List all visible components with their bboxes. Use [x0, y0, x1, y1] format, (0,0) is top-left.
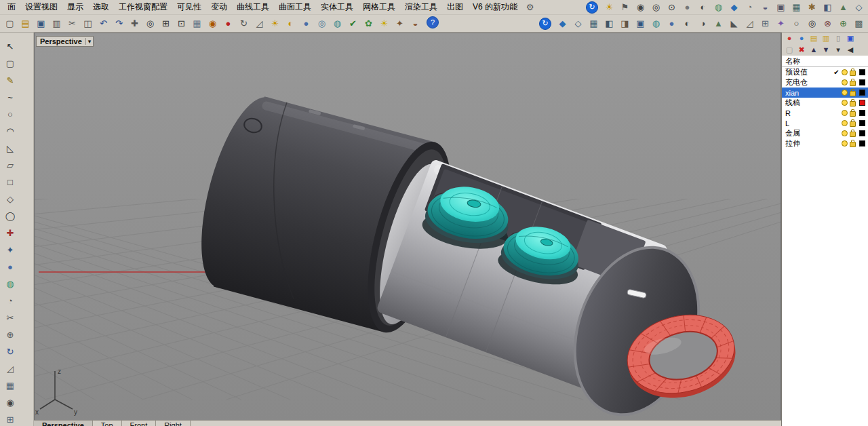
rectangle-icon[interactable]: □ [3, 174, 18, 190]
eye-icon[interactable]: ◉ [633, 0, 648, 14]
lens2-icon[interactable]: ◎ [805, 16, 819, 31]
layer-color-swatch[interactable] [859, 100, 865, 106]
sync-icon[interactable]: ↻ [586, 1, 598, 14]
render-icon[interactable]: ● [221, 16, 235, 31]
layer-visibility-bulb-icon[interactable] [842, 130, 848, 136]
move-down-icon[interactable]: ▼ [820, 44, 832, 56]
array-icon[interactable]: ⊞ [758, 16, 772, 31]
check-icon[interactable]: ✔ [346, 16, 360, 31]
cylinder-icon[interactable]: ◍ [330, 16, 344, 31]
viewport-menu-caret-icon[interactable]: ▾ [85, 38, 94, 45]
blank-layer-icon[interactable]: ▢ [783, 44, 795, 56]
move-icon[interactable]: ✚ [3, 225, 18, 241]
slope-icon[interactable]: ◿ [743, 16, 757, 31]
menu-item-V6 的新功能[interactable]: V6 的新功能 [468, 0, 522, 14]
menu-item-面[interactable]: 面 [3, 0, 20, 14]
pencil-icon[interactable]: ✎ [3, 73, 18, 88]
menu-item-可见性[interactable]: 可见性 [172, 0, 206, 14]
polyline-icon[interactable]: ◺ [3, 140, 18, 156]
menu-item-渲染工具[interactable]: 渲染工具 [400, 0, 442, 14]
cube-r-icon[interactable]: ◨ [618, 16, 632, 31]
disc-icon[interactable]: ◒ [758, 0, 772, 14]
paint-icon[interactable]: ◒ [408, 16, 422, 31]
layer-row-线稿[interactable]: 线稿 [782, 98, 868, 108]
layer-color-swatch[interactable] [859, 110, 865, 116]
panel-circles-icon[interactable]: ● [783, 33, 795, 44]
spotlight-icon[interactable]: ◐ [283, 16, 298, 31]
layer-lock-icon[interactable] [850, 71, 856, 76]
pan-icon[interactable]: ✚ [127, 16, 142, 31]
layer-color-swatch[interactable] [859, 120, 865, 126]
surface-icon[interactable]: ◍ [3, 276, 18, 292]
torus-icon[interactable]: ◎ [315, 16, 329, 31]
cube-icon[interactable]: ◧ [821, 0, 835, 14]
layer-color-swatch[interactable] [859, 130, 865, 136]
filter-icon[interactable]: ▾ [832, 44, 844, 56]
mesh-icon[interactable]: ▦ [789, 0, 804, 14]
layer-row-R[interactable]: R [782, 108, 868, 118]
quad-icon[interactable]: ◇ [852, 0, 866, 14]
delete-layer-icon[interactable]: ✖ [795, 44, 808, 56]
cut-icon[interactable]: ✂ [65, 16, 79, 31]
menu-item-变动[interactable]: 变动 [206, 0, 232, 14]
menu-item-曲面工具[interactable]: 曲面工具 [274, 0, 316, 14]
srf-gem-icon[interactable]: ◆ [555, 16, 570, 31]
zoom-window-icon[interactable]: ⊞ [159, 16, 173, 31]
layer-lock-icon[interactable] [850, 81, 856, 86]
sphere-tool-icon[interactable]: ● [3, 259, 18, 275]
collapse-panel-icon[interactable]: ◀ [844, 44, 856, 56]
zoom-extents-icon[interactable]: ⊡ [174, 16, 189, 31]
join-icon[interactable]: ⊕ [3, 327, 18, 343]
viewport-tab-Right[interactable]: Right [156, 421, 191, 426]
bulb-icon[interactable]: ☀ [602, 0, 616, 14]
layer-color-swatch[interactable] [859, 140, 865, 147]
layer-lock-icon[interactable] [850, 132, 856, 137]
boolean-diff-icon[interactable]: ⊗ [821, 16, 835, 31]
menu-item-设置视图[interactable]: 设置视图 [20, 0, 62, 14]
pipe-icon[interactable]: ◍ [649, 16, 663, 31]
layer-visibility-bulb-icon[interactable] [842, 69, 848, 75]
circle2-icon[interactable]: ○ [789, 16, 804, 31]
lens-icon[interactable]: ⊙ [665, 0, 679, 14]
panel-blue-icon[interactable]: ▣ [844, 33, 856, 44]
save-icon[interactable]: ▣ [34, 16, 48, 31]
diamond-icon[interactable]: ◇ [3, 191, 18, 207]
layer-visibility-bulb-icon[interactable] [842, 100, 848, 106]
sphere-icon[interactable]: ● [299, 16, 313, 31]
zoom-icon[interactable]: ◎ [143, 16, 157, 31]
viewport-tab-Top[interactable]: Top [93, 421, 122, 426]
layer-lock-icon[interactable] [850, 91, 856, 96]
box-icon[interactable]: ▣ [774, 0, 788, 14]
menu-item-实体工具[interactable]: 实体工具 [316, 0, 358, 14]
srf-quad-icon[interactable]: ◇ [571, 16, 585, 31]
layer-visibility-bulb-icon[interactable] [842, 79, 848, 85]
gem2-icon[interactable]: ✦ [3, 242, 18, 258]
grid-snap-icon[interactable]: ⊞ [3, 412, 18, 426]
menu-gear-icon[interactable]: ⚙ [523, 0, 537, 14]
new-sublayer-icon[interactable]: ▥ [820, 33, 832, 44]
rotate-icon[interactable]: ↻ [237, 16, 251, 31]
viewport-tab-Front[interactable]: Front [122, 421, 157, 426]
layer-lock-icon[interactable] [850, 101, 856, 106]
lamp-icon[interactable]: ☀ [268, 16, 282, 31]
layer-lock-icon[interactable] [850, 111, 856, 117]
scale-icon[interactable]: ◿ [252, 16, 267, 31]
marquee-icon[interactable]: ▢ [3, 56, 18, 71]
mesh2-icon[interactable]: ▦ [587, 16, 601, 31]
hatch-icon[interactable]: ▩ [852, 16, 866, 31]
select-arrow-icon[interactable]: ↖ [3, 39, 18, 54]
boolean-union-icon[interactable]: ⊕ [836, 16, 850, 31]
trim-icon[interactable]: ✂ [3, 310, 18, 326]
arc-icon[interactable]: ◠ [3, 123, 18, 139]
ring-icon[interactable]: ◍ [711, 0, 726, 14]
tri2-icon[interactable]: ▲ [711, 16, 726, 31]
half-sphere-icon[interactable]: ◐ [696, 0, 710, 14]
layer-color-swatch[interactable] [859, 79, 865, 85]
menu-item-网格工具[interactable]: 网格工具 [358, 0, 400, 14]
viewport-title-chip[interactable]: Perspective ▾ [36, 36, 94, 47]
layer-lock-icon[interactable] [850, 121, 856, 127]
scale-tool-icon[interactable]: ◿ [3, 361, 18, 376]
layer-visibility-bulb-icon[interactable] [842, 120, 848, 126]
layer-row-预设值[interactable]: 预设值✔ [782, 67, 868, 77]
undo-icon[interactable]: ↶ [96, 16, 111, 31]
